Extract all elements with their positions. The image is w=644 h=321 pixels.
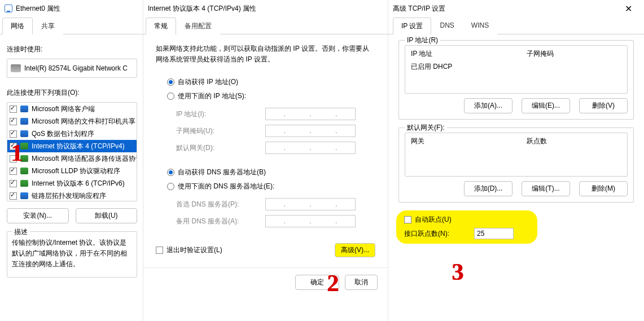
items-label: 此连接使用下列项目(O):: [7, 88, 137, 98]
delete-ip-button[interactable]: 删除(V): [579, 98, 628, 113]
install-button[interactable]: 安装(N)...: [7, 208, 69, 223]
checkbox[interactable]: [10, 192, 17, 200]
item-label: Internet 协议版本 4 (TCP/IPv4): [32, 142, 125, 151]
item-label: Internet 协议版本 6 (TCP/IPv6): [32, 179, 125, 188]
component-icon: [20, 105, 28, 112]
component-icon: [20, 143, 28, 149]
ok-button[interactable]: 确定: [295, 275, 339, 290]
tabs: 网络 共享: [0, 17, 143, 34]
list-item[interactable]: Microsoft 网络适配器多路传送器协议: [7, 152, 137, 165]
description-text: 传输控制协议/Internet 协议。该协议是默认的广域网络协议，用于在不同的相…: [12, 238, 132, 270]
description-group: 描述 传输控制协议/Internet 协议。该协议是默认的广域网络协议，用于在不…: [7, 231, 137, 278]
ip-addresses-group: IP 地址(R) IP 地址 子网掩码 已启用 DHCP 添加(A)... 编辑…: [398, 40, 634, 120]
dns2-input[interactable]: ...: [265, 215, 356, 227]
list-item[interactable]: 链路层拓扑发现响应程序: [7, 190, 137, 201]
group-legend: IP 地址(R): [405, 36, 440, 45]
list-item[interactable]: QoS 数据包计划程序: [7, 127, 137, 140]
radio-icon: [167, 183, 174, 190]
radio-icon: [167, 78, 174, 86]
titlebar: Internet 协议版本 4 (TCP/IPv4) 属性: [143, 0, 388, 17]
component-icon: [20, 192, 28, 199]
dns1-input[interactable]: ...: [265, 198, 356, 210]
tab-ip-settings[interactable]: IP 设置: [393, 17, 431, 34]
tab-share[interactable]: 共享: [33, 17, 63, 34]
list-item[interactable]: Microsoft 网络的文件和打印机共享: [7, 115, 137, 127]
component-icon: [20, 180, 28, 187]
titlebar: Ethernet0 属性: [0, 0, 143, 17]
group-legend: 默认网关(F):: [405, 123, 447, 133]
radio-manual-ip[interactable]: 使用下面的 IP 地址(S):: [167, 91, 375, 101]
intro-text: 如果网络支持此功能，则可以获取自动指派的 IP 设置。否则，你需要从网络系统管理…: [156, 43, 375, 65]
list-item: 已启用 DHCP: [409, 61, 624, 73]
delete-gw-button[interactable]: 删除(M): [579, 181, 628, 196]
description-legend: 描述: [12, 227, 30, 237]
ipv4-properties-dialog: Internet 协议版本 4 (TCP/IPv4) 属性 常规 备用配置 如果…: [143, 0, 388, 321]
item-label: Microsoft 网络的文件和打印机共享: [32, 117, 135, 126]
ip-input[interactable]: ...: [265, 108, 356, 120]
item-label: QoS 数据包计划程序: [32, 129, 94, 139]
gateway-input[interactable]: ...: [265, 142, 356, 154]
gateway-label: 默认网关(D):: [176, 143, 261, 153]
network-items-list[interactable]: Microsoft 网络客户端Microsoft 网络的文件和打印机共享QoS …: [7, 102, 137, 201]
tab-dns[interactable]: DNS: [431, 17, 462, 34]
list-header: 网关 跃点数: [409, 135, 624, 147]
tabs: IP 设置 DNS WINS: [388, 17, 644, 34]
tabs: 常规 备用配置: [143, 17, 388, 34]
list-item[interactable]: Microsoft 网络客户端: [7, 103, 137, 115]
validate-label: 退出时验证设置(L): [167, 245, 222, 255]
checkbox[interactable]: [10, 118, 17, 125]
validate-checkbox[interactable]: [156, 247, 163, 254]
dialog-title: Internet 协议版本 4 (TCP/IPv4) 属性: [148, 4, 256, 14]
dns2-label: 备用 DNS 服务器(A):: [176, 217, 261, 226]
nic-icon: [11, 64, 21, 72]
uninstall-button[interactable]: 卸载(U): [76, 208, 138, 223]
list-item[interactable]: Microsoft LLDP 协议驱动程序: [7, 165, 137, 177]
tab-general[interactable]: 常规: [146, 17, 176, 34]
cancel-button[interactable]: 取消: [345, 275, 378, 290]
metric-highlight-area: 自动跃点(U) 接口跃点数(N): 25: [396, 210, 537, 244]
radio-auto-ip[interactable]: 自动获得 IP 地址(O): [167, 77, 375, 87]
adapter-name: Intel(R) 82574L Gigabit Network C: [24, 64, 128, 72]
item-label: Microsoft 网络客户端: [32, 104, 95, 114]
radio-manual-dns[interactable]: 使用下面的 DNS 服务器地址(E):: [167, 182, 375, 191]
item-label: 链路层拓扑发现响应程序: [32, 191, 106, 201]
checkbox[interactable]: [10, 168, 17, 175]
tab-network[interactable]: 网络: [2, 17, 33, 34]
adapter-field: Intel(R) 82574L Gigabit Network C: [7, 59, 137, 78]
if-metric-label: 接口跃点数(N):: [404, 229, 449, 239]
checkbox[interactable]: [10, 130, 17, 138]
connect-using-label: 连接时使用:: [7, 45, 137, 54]
component-icon: [20, 130, 28, 137]
dns1-label: 首选 DNS 服务器(P):: [176, 200, 261, 209]
edit-ip-button[interactable]: 编辑(E)...: [522, 98, 570, 113]
ip-list[interactable]: 已启用 DHCP: [409, 61, 624, 73]
checkbox[interactable]: [10, 155, 17, 162]
item-label: Microsoft LLDP 协议驱动程序: [32, 166, 120, 176]
radio-auto-dns[interactable]: 自动获得 DNS 服务器地址(B): [167, 168, 375, 177]
close-button[interactable]: ✕: [617, 0, 639, 17]
ip-label: IP 地址(I):: [176, 109, 261, 119]
ethernet-icon: [5, 5, 12, 12]
component-icon: [20, 168, 28, 174]
tab-wins[interactable]: WINS: [463, 17, 497, 34]
dialog-title: 高级 TCP/IP 设置: [393, 4, 445, 14]
component-icon: [20, 118, 28, 125]
radio-icon: [167, 93, 174, 100]
edit-gw-button[interactable]: 编辑(T)...: [522, 181, 570, 196]
list-item[interactable]: Internet 协议版本 6 (TCP/IPv6): [7, 177, 137, 190]
add-ip-button[interactable]: 添加(A)...: [464, 98, 512, 113]
checkbox[interactable]: [10, 105, 17, 113]
mask-label: 子网掩码(U):: [176, 126, 261, 136]
tab-alt-config[interactable]: 备用配置: [176, 17, 220, 34]
mask-input[interactable]: ...: [265, 125, 356, 137]
checkbox[interactable]: [10, 143, 17, 150]
item-label: Microsoft 网络适配器多路传送器协议: [32, 154, 137, 164]
advanced-tcpip-dialog: 高级 TCP/IP 设置 ✕ IP 设置 DNS WINS IP 地址(R) I…: [388, 0, 644, 321]
list-item[interactable]: Internet 协议版本 4 (TCP/IPv4): [7, 140, 137, 152]
add-gw-button[interactable]: 添加(D)...: [464, 181, 512, 196]
list-header: IP 地址 子网掩码: [409, 48, 624, 60]
auto-metric-checkbox[interactable]: [404, 216, 411, 223]
checkbox[interactable]: [10, 180, 17, 187]
if-metric-input[interactable]: 25: [474, 228, 514, 239]
advanced-button[interactable]: 高级(V)...: [335, 243, 375, 257]
